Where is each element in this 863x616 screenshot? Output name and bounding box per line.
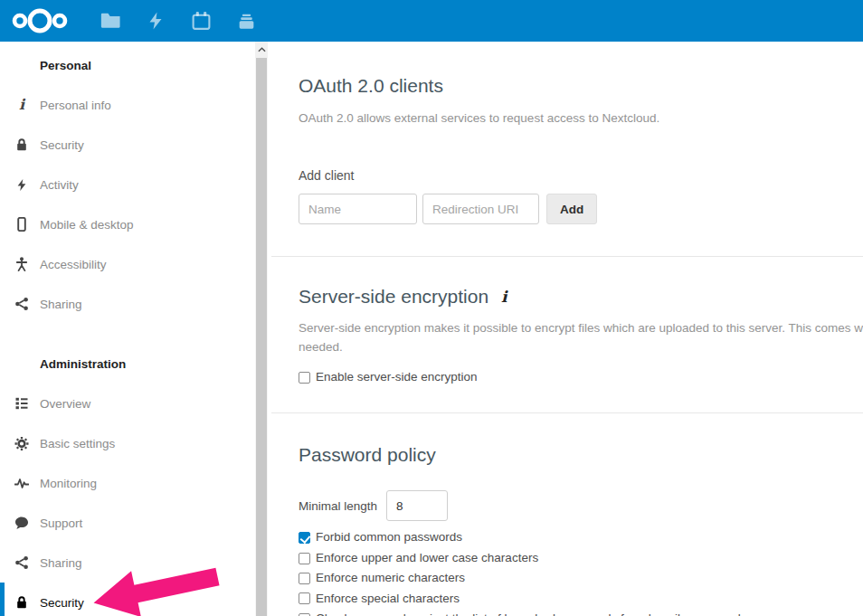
- gear-icon: [14, 436, 29, 450]
- phone-icon: [14, 217, 29, 232]
- scrollbar-up-button[interactable]: [255, 42, 268, 58]
- password-policy-title: Password policy: [299, 443, 863, 467]
- sidebar-item-label: Activity: [40, 178, 79, 192]
- sidebar-item-label: Mobile & desktop: [40, 218, 134, 232]
- sidebar-item-label: Monitoring: [40, 477, 97, 490]
- checkbox-label: Forbid common passwords: [316, 528, 462, 546]
- enforce-special-row[interactable]: Enforce special characters: [299, 590, 863, 608]
- redirection-uri-input[interactable]: [422, 194, 539, 224]
- encryption-title: Server-side encryption: [299, 285, 488, 308]
- forbid-common-passwords-row[interactable]: Forbid common passwords: [299, 528, 863, 546]
- accessibility-icon: [14, 257, 29, 271]
- share-icon: [14, 555, 29, 570]
- list-icon: [14, 396, 29, 411]
- settings-sidebar: Personal i Personal info Security Activi…: [0, 42, 271, 616]
- sidebar-item-label: Support: [40, 516, 82, 530]
- checkbox[interactable]: [299, 553, 310, 564]
- sidebar-item-monitoring[interactable]: Monitoring: [0, 463, 271, 503]
- checkbox[interactable]: [299, 592, 310, 604]
- nextcloud-logo[interactable]: [12, 7, 68, 34]
- sidebar-caption-personal: Personal: [0, 45, 271, 85]
- sidebar-item-sharing-admin[interactable]: Sharing: [0, 543, 271, 583]
- checkbox-label: Enforce special characters: [316, 590, 460, 608]
- oauth-title: OAuth 2.0 clients: [299, 74, 863, 98]
- scrollbar-thumb[interactable]: [256, 58, 267, 616]
- sidebar-scrollbar[interactable]: [255, 42, 268, 616]
- calendar-icon[interactable]: [178, 0, 223, 42]
- password-policy-section: Password policy Minimal length Forbid co…: [271, 412, 863, 616]
- sidebar-item-label: Sharing: [40, 556, 82, 570]
- sidebar-caption-administration: Administration: [0, 344, 271, 384]
- oauth-description: OAuth 2.0 allows external services to re…: [299, 109, 863, 128]
- sidebar-item-label: Security: [40, 138, 84, 152]
- sidebar-item-personal-info[interactable]: i Personal info: [0, 85, 271, 125]
- chevron-up-icon: [258, 47, 266, 52]
- sidebar-item-label: Security: [40, 596, 84, 610]
- enable-encryption-checkbox-row[interactable]: Enable server-side encryption: [299, 368, 863, 386]
- checkbox-label: Enable server-side encryption: [316, 368, 478, 386]
- top-header-bar: [0, 0, 863, 42]
- encryption-description-line1: Server-side encryption makes it possible…: [299, 318, 863, 337]
- checkbox[interactable]: [299, 573, 310, 584]
- sidebar-item-support[interactable]: Support: [0, 503, 271, 543]
- checkbox-label: Enforce numeric characters: [316, 569, 465, 587]
- sidebar-item-label: Personal info: [40, 99, 111, 112]
- minimal-length-label: Minimal length: [299, 499, 377, 513]
- enforce-upper-lower-row[interactable]: Enforce upper and lower case characters: [299, 549, 863, 567]
- sidebar-item-overview[interactable]: Overview: [0, 384, 271, 423]
- deck-icon[interactable]: [223, 0, 269, 42]
- oauth-section: OAuth 2.0 clients OAuth 2.0 allows exter…: [271, 42, 863, 256]
- chat-icon: [14, 516, 29, 530]
- minimal-length-input[interactable]: [386, 490, 448, 521]
- sidebar-item-sharing-personal[interactable]: Sharing: [0, 284, 271, 324]
- sidebar-item-label: Basic settings: [40, 437, 115, 450]
- sidebar-item-label: Sharing: [40, 298, 82, 311]
- checkbox[interactable]: [299, 372, 310, 384]
- info-icon: i: [14, 98, 29, 112]
- sidebar-item-activity[interactable]: Activity: [0, 165, 271, 204]
- nextcloud-settings-page: Personal i Personal info Security Activi…: [0, 0, 863, 616]
- encryption-section: Server-side encryption i Server-side enc…: [271, 256, 863, 412]
- password-policy-options: Forbid common passwords Enforce upper an…: [299, 528, 863, 616]
- add-client-label: Add client: [299, 168, 863, 183]
- files-folder-icon[interactable]: [88, 0, 133, 42]
- sidebar-item-mobile-desktop[interactable]: Mobile & desktop: [0, 204, 271, 244]
- check-breached-passwords-row[interactable]: Check password against the list of breac…: [299, 610, 863, 616]
- add-client-button[interactable]: Add: [546, 194, 597, 224]
- encryption-description-line2: needed.: [299, 337, 863, 356]
- sidebar-item-security-admin[interactable]: Security: [0, 583, 271, 616]
- app-menu: [88, 0, 269, 42]
- sidebar-item-label: Overview: [40, 397, 90, 411]
- sidebar-item-basic-settings[interactable]: Basic settings: [0, 423, 271, 463]
- checkbox[interactable]: [299, 532, 310, 544]
- checkbox-label: Check password against the list of breac…: [316, 610, 767, 616]
- info-icon[interactable]: i: [501, 288, 507, 306]
- settings-content: OAuth 2.0 clients OAuth 2.0 allows exter…: [271, 42, 863, 616]
- bolt-icon: [14, 177, 29, 192]
- lock-icon: [14, 595, 29, 610]
- sidebar-item-accessibility[interactable]: Accessibility: [0, 244, 271, 284]
- share-icon: [14, 297, 29, 311]
- sidebar-item-security-personal[interactable]: Security: [0, 125, 271, 165]
- client-name-input[interactable]: [299, 194, 417, 224]
- lock-icon: [14, 137, 29, 152]
- pulse-icon: [14, 476, 29, 490]
- activity-bolt-icon[interactable]: [133, 0, 178, 42]
- enforce-numeric-row[interactable]: Enforce numeric characters: [299, 569, 863, 587]
- sidebar-item-label: Accessibility: [40, 258, 107, 271]
- checkbox-label: Enforce upper and lower case characters: [316, 549, 538, 567]
